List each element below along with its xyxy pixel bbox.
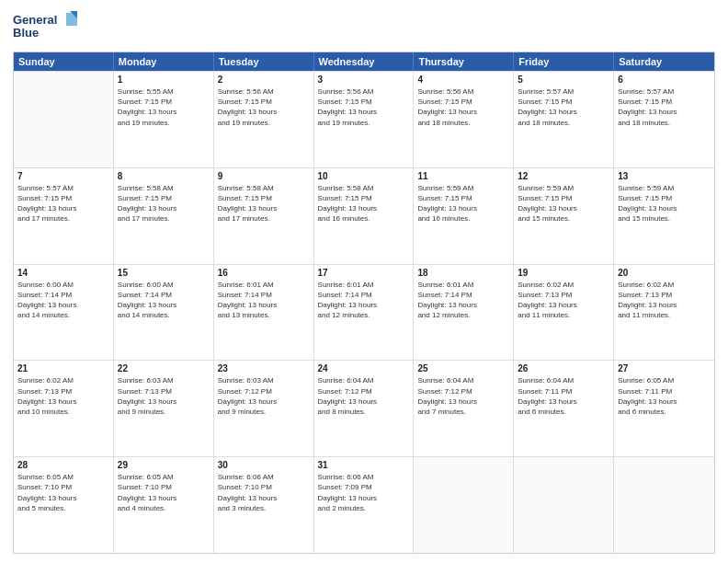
- svg-text:General: General: [13, 13, 57, 27]
- week-row-1: 1Sunrise: 5:55 AM Sunset: 7:15 PM Daylig…: [14, 71, 714, 167]
- day-number-29: 29: [118, 460, 210, 470]
- day-info-13: Sunrise: 5:59 AM Sunset: 7:15 PM Dayligh…: [618, 183, 711, 224]
- day-info-6: Sunrise: 5:57 AM Sunset: 7:15 PM Dayligh…: [618, 86, 711, 128]
- empty-cell-w4-6: [614, 457, 714, 553]
- day-info-14: Sunrise: 6:00 AM Sunset: 7:14 PM Dayligh…: [17, 280, 109, 321]
- header-day-sunday: Sunday: [14, 52, 114, 71]
- day-number-13: 13: [618, 171, 711, 181]
- calendar: SundayMondayTuesdayWednesdayThursdayFrid…: [13, 52, 715, 554]
- day-info-28: Sunrise: 6:05 AM Sunset: 7:10 PM Dayligh…: [17, 472, 109, 513]
- day-info-12: Sunrise: 5:59 AM Sunset: 7:15 PM Dayligh…: [518, 183, 609, 224]
- day-number-28: 28: [17, 460, 109, 470]
- day-info-19: Sunrise: 6:02 AM Sunset: 7:13 PM Dayligh…: [518, 280, 609, 321]
- logo-svg: General Blue: [13, 9, 77, 46]
- day-cell-8: 8Sunrise: 5:58 AM Sunset: 7:15 PM Daylig…: [114, 168, 214, 264]
- day-info-10: Sunrise: 5:58 AM Sunset: 7:15 PM Dayligh…: [318, 183, 410, 224]
- day-number-6: 6: [618, 75, 711, 85]
- day-number-20: 20: [618, 268, 711, 278]
- day-cell-15: 15Sunrise: 6:00 AM Sunset: 7:14 PM Dayli…: [114, 265, 214, 361]
- day-cell-28: 28Sunrise: 6:05 AM Sunset: 7:10 PM Dayli…: [14, 457, 114, 553]
- day-number-25: 25: [417, 363, 509, 373]
- day-info-9: Sunrise: 5:58 AM Sunset: 7:15 PM Dayligh…: [218, 183, 310, 224]
- calendar-header-row: SundayMondayTuesdayWednesdayThursdayFrid…: [14, 52, 714, 71]
- day-number-22: 22: [118, 363, 210, 373]
- day-cell-1: 1Sunrise: 5:55 AM Sunset: 7:15 PM Daylig…: [114, 72, 214, 167]
- logo: General Blue: [13, 9, 77, 46]
- day-number-26: 26: [518, 363, 609, 373]
- day-info-29: Sunrise: 6:05 AM Sunset: 7:10 PM Dayligh…: [118, 472, 210, 513]
- day-cell-31: 31Sunrise: 6:06 AM Sunset: 7:09 PM Dayli…: [314, 457, 415, 553]
- header-day-thursday: Thursday: [414, 52, 514, 71]
- day-number-12: 12: [518, 171, 609, 181]
- day-number-10: 10: [318, 171, 410, 181]
- day-info-1: Sunrise: 5:55 AM Sunset: 7:15 PM Dayligh…: [118, 86, 210, 128]
- day-info-16: Sunrise: 6:01 AM Sunset: 7:14 PM Dayligh…: [218, 280, 310, 321]
- day-cell-25: 25Sunrise: 6:04 AM Sunset: 7:12 PM Dayli…: [414, 361, 514, 456]
- header-day-monday: Monday: [114, 52, 214, 71]
- day-info-18: Sunrise: 6:01 AM Sunset: 7:14 PM Dayligh…: [417, 280, 509, 321]
- day-number-11: 11: [417, 171, 509, 181]
- day-cell-24: 24Sunrise: 6:04 AM Sunset: 7:12 PM Dayli…: [314, 361, 415, 456]
- svg-text:Blue: Blue: [13, 26, 39, 40]
- day-cell-17: 17Sunrise: 6:01 AM Sunset: 7:14 PM Dayli…: [314, 265, 415, 361]
- empty-cell-w0-0: [14, 72, 114, 167]
- day-info-30: Sunrise: 6:06 AM Sunset: 7:10 PM Dayligh…: [218, 472, 310, 513]
- day-info-31: Sunrise: 6:06 AM Sunset: 7:09 PM Dayligh…: [318, 472, 410, 513]
- week-row-4: 21Sunrise: 6:02 AM Sunset: 7:13 PM Dayli…: [14, 360, 714, 456]
- day-info-22: Sunrise: 6:03 AM Sunset: 7:13 PM Dayligh…: [118, 375, 210, 417]
- calendar-body: 1Sunrise: 5:55 AM Sunset: 7:15 PM Daylig…: [14, 71, 714, 553]
- day-number-3: 3: [318, 75, 410, 85]
- day-number-17: 17: [318, 268, 410, 278]
- day-cell-20: 20Sunrise: 6:02 AM Sunset: 7:13 PM Dayli…: [614, 265, 714, 361]
- day-info-17: Sunrise: 6:01 AM Sunset: 7:14 PM Dayligh…: [318, 280, 410, 321]
- day-info-21: Sunrise: 6:02 AM Sunset: 7:13 PM Dayligh…: [17, 375, 109, 417]
- day-number-16: 16: [218, 268, 310, 278]
- day-info-26: Sunrise: 6:04 AM Sunset: 7:11 PM Dayligh…: [518, 375, 609, 417]
- day-number-21: 21: [17, 363, 109, 373]
- empty-cell-w4-5: [514, 457, 614, 553]
- day-cell-14: 14Sunrise: 6:00 AM Sunset: 7:14 PM Dayli…: [14, 265, 114, 361]
- day-cell-13: 13Sunrise: 5:59 AM Sunset: 7:15 PM Dayli…: [614, 168, 714, 264]
- day-cell-18: 18Sunrise: 6:01 AM Sunset: 7:14 PM Dayli…: [414, 265, 514, 361]
- day-info-8: Sunrise: 5:58 AM Sunset: 7:15 PM Dayligh…: [118, 183, 210, 224]
- week-row-5: 28Sunrise: 6:05 AM Sunset: 7:10 PM Dayli…: [14, 456, 714, 553]
- day-number-14: 14: [17, 268, 109, 278]
- day-number-8: 8: [118, 171, 210, 181]
- page-header: General Blue: [13, 9, 715, 46]
- day-info-27: Sunrise: 6:05 AM Sunset: 7:11 PM Dayligh…: [618, 375, 711, 417]
- day-number-31: 31: [318, 460, 410, 470]
- day-info-4: Sunrise: 5:56 AM Sunset: 7:15 PM Dayligh…: [417, 86, 509, 128]
- day-number-2: 2: [218, 75, 310, 85]
- day-number-30: 30: [218, 460, 310, 470]
- day-info-2: Sunrise: 5:56 AM Sunset: 7:15 PM Dayligh…: [218, 86, 310, 128]
- day-cell-12: 12Sunrise: 5:59 AM Sunset: 7:15 PM Dayli…: [514, 168, 614, 264]
- header-day-saturday: Saturday: [614, 52, 714, 71]
- day-number-4: 4: [417, 75, 509, 85]
- header-day-wednesday: Wednesday: [314, 52, 415, 71]
- week-row-2: 7Sunrise: 5:57 AM Sunset: 7:15 PM Daylig…: [14, 167, 714, 264]
- day-cell-30: 30Sunrise: 6:06 AM Sunset: 7:10 PM Dayli…: [214, 457, 314, 553]
- day-number-1: 1: [118, 75, 210, 85]
- header-day-tuesday: Tuesday: [214, 52, 314, 71]
- day-info-5: Sunrise: 5:57 AM Sunset: 7:15 PM Dayligh…: [518, 86, 609, 128]
- day-cell-10: 10Sunrise: 5:58 AM Sunset: 7:15 PM Dayli…: [314, 168, 415, 264]
- day-cell-27: 27Sunrise: 6:05 AM Sunset: 7:11 PM Dayli…: [614, 361, 714, 456]
- day-cell-22: 22Sunrise: 6:03 AM Sunset: 7:13 PM Dayli…: [114, 361, 214, 456]
- day-cell-11: 11Sunrise: 5:59 AM Sunset: 7:15 PM Dayli…: [414, 168, 514, 264]
- day-number-9: 9: [218, 171, 310, 181]
- day-cell-6: 6Sunrise: 5:57 AM Sunset: 7:15 PM Daylig…: [614, 72, 714, 167]
- day-cell-7: 7Sunrise: 5:57 AM Sunset: 7:15 PM Daylig…: [14, 168, 114, 264]
- week-row-3: 14Sunrise: 6:00 AM Sunset: 7:14 PM Dayli…: [14, 264, 714, 361]
- day-cell-16: 16Sunrise: 6:01 AM Sunset: 7:14 PM Dayli…: [214, 265, 314, 361]
- day-number-27: 27: [618, 363, 711, 373]
- day-number-19: 19: [518, 268, 609, 278]
- day-cell-3: 3Sunrise: 5:56 AM Sunset: 7:15 PM Daylig…: [314, 72, 415, 167]
- day-info-15: Sunrise: 6:00 AM Sunset: 7:14 PM Dayligh…: [118, 280, 210, 321]
- day-cell-26: 26Sunrise: 6:04 AM Sunset: 7:11 PM Dayli…: [514, 361, 614, 456]
- day-number-18: 18: [417, 268, 509, 278]
- day-number-7: 7: [17, 171, 109, 181]
- day-info-11: Sunrise: 5:59 AM Sunset: 7:15 PM Dayligh…: [417, 183, 509, 224]
- day-info-3: Sunrise: 5:56 AM Sunset: 7:15 PM Dayligh…: [318, 86, 410, 128]
- day-number-24: 24: [318, 363, 410, 373]
- day-number-23: 23: [218, 363, 310, 373]
